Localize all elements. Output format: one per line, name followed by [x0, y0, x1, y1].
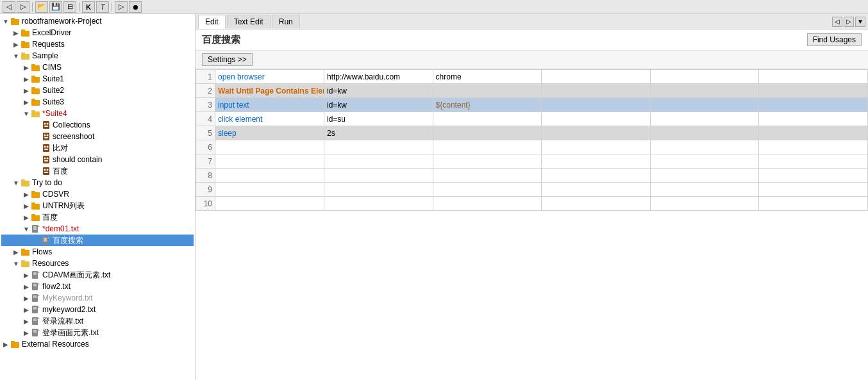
arg-cell-5[interactable] [759, 98, 868, 112]
table-row[interactable]: 3input textid=kw${content} [196, 98, 868, 112]
tree-toggle-untrn[interactable]: ▶ [22, 201, 31, 210]
table-row[interactable]: 2Wait Until Page Contains Elementid=kw [196, 84, 868, 98]
arg-cell-4[interactable] [650, 197, 759, 211]
keyword-cell[interactable]: input text [215, 98, 324, 112]
arg-cell-5[interactable] [759, 169, 868, 183]
arg-cell-3[interactable] [542, 98, 651, 112]
keyword-cell[interactable]: open browser [215, 70, 324, 84]
arg-cell-4[interactable] [650, 112, 759, 126]
tree-item-should-contain[interactable]: should contain [1, 154, 194, 165]
tree-toggle-flows[interactable]: ▶ [12, 247, 21, 256]
arg-cell-4[interactable] [650, 98, 759, 112]
tree-toggle-login-page[interactable]: ▶ [22, 328, 31, 337]
tree-toggle-robotframework[interactable]: ▼ [1, 17, 10, 26]
tree-toggle-requests[interactable]: ▶ [12, 40, 21, 49]
forward-btn[interactable]: ▷ [17, 1, 29, 13]
arg-cell-3[interactable] [542, 183, 651, 197]
arg-cell-5[interactable] [759, 197, 868, 211]
table-row[interactable]: 5sleep2s [196, 126, 868, 140]
arg-cell-5[interactable] [759, 112, 868, 126]
tab-prev-btn[interactable]: ◁ [832, 17, 842, 27]
arg-cell-1[interactable] [324, 183, 433, 197]
arg-cell-4[interactable] [650, 183, 759, 197]
arg-cell-5[interactable] [759, 183, 868, 197]
tree-item-cdavm[interactable]: ▶CDAVM画面元素.txt [1, 269, 194, 281]
arg-cell-3[interactable] [542, 70, 651, 84]
keyword-cell[interactable]: sleep [215, 126, 324, 140]
tree-item-suite2[interactable]: ▶Suite2 [1, 85, 194, 96]
tree-item-external[interactable]: ▶External Resources [1, 338, 194, 350]
keyword-cell[interactable]: Wait Until Page Contains Element [215, 84, 324, 98]
tree-toggle-cdsvr[interactable]: ▶ [22, 190, 31, 199]
arg-cell-2[interactable] [433, 112, 542, 126]
tab-run[interactable]: Run [272, 15, 300, 28]
table-row[interactable]: 6 [196, 140, 868, 154]
back-btn[interactable]: ◁ [3, 1, 15, 13]
tree-item-resources[interactable]: ▼Resources [1, 258, 194, 269]
tree-item-flows[interactable]: ▶Flows [1, 246, 194, 258]
tree-item-mykeyword2[interactable]: ▶mykeyword2.txt [1, 304, 194, 315]
tree-item-cdsvr[interactable]: ▶CDSVR [1, 188, 194, 200]
tree-item-untrn[interactable]: ▶UNTRN列表 [1, 200, 194, 211]
arg-cell-1[interactable]: id=su [324, 112, 433, 126]
table-row[interactable]: 10 [196, 197, 868, 211]
tree-item-login-flow[interactable]: ▶登录流程.txt [1, 315, 194, 327]
arg-cell-1[interactable]: id=kw [324, 84, 433, 98]
tree-toggle-mykeyword2[interactable]: ▶ [22, 305, 31, 314]
tree-item-exceldriver[interactable]: ▶ExcelDriver [1, 27, 194, 38]
tree-item-baidusousu[interactable]: 百度搜索 [1, 235, 194, 246]
table-row[interactable]: 8 [196, 169, 868, 183]
tree-toggle-suite1[interactable]: ▶ [22, 74, 31, 83]
tree-toggle-dem01[interactable]: ▼ [22, 224, 31, 233]
tree-item-suite3[interactable]: ▶Suite3 [1, 96, 194, 108]
tree-toggle-login-flow[interactable]: ▶ [22, 317, 31, 326]
tree-toggle-external[interactable]: ▶ [1, 340, 10, 349]
tab-dropdown-btn[interactable]: ▼ [855, 17, 865, 27]
tree-item-suite1[interactable]: ▶Suite1 [1, 73, 194, 85]
arg-cell-2[interactable] [433, 140, 542, 154]
arg-cell-3[interactable] [542, 126, 651, 140]
save-all-btn[interactable]: ⊟ [63, 1, 76, 13]
table-row[interactable]: 1open browserhttp://www.baidu.comchrome [196, 70, 868, 84]
arg-cell-2[interactable] [433, 126, 542, 140]
arg-cell-3[interactable] [542, 84, 651, 98]
arg-cell-3[interactable] [542, 154, 651, 169]
tree-toggle-cdavm[interactable]: ▶ [22, 270, 31, 279]
tab-text-edit[interactable]: Text Edit [227, 15, 271, 28]
tree-item-baidu-suite[interactable]: 百度 [1, 165, 194, 177]
tree-toggle-suite2[interactable]: ▶ [22, 86, 31, 95]
tree-item-suite4[interactable]: ▼*Suite4 [1, 108, 194, 119]
arg-cell-4[interactable] [650, 126, 759, 140]
arg-cell-5[interactable] [759, 70, 868, 84]
find-usages-button[interactable]: Find Usages [807, 33, 862, 46]
arg-cell-4[interactable] [650, 70, 759, 84]
tree-toggle-flow2[interactable]: ▶ [22, 282, 31, 291]
settings-button[interactable]: Settings >> [202, 53, 253, 66]
tree-toggle-trytodo[interactable]: ▼ [12, 178, 21, 187]
arg-cell-5[interactable] [759, 84, 868, 98]
arg-cell-5[interactable] [759, 140, 868, 154]
arg-cell-1[interactable] [324, 197, 433, 211]
keyword-cell[interactable]: click element [215, 112, 324, 126]
arg-cell-2[interactable] [433, 183, 542, 197]
tree-item-requests[interactable]: ▶Requests [1, 38, 194, 50]
tree-item-screenshoot[interactable]: screenshoot [1, 131, 194, 142]
tree-item-dem01[interactable]: ▼*dem01.txt [1, 223, 194, 235]
k-btn[interactable]: K [82, 1, 95, 13]
tree-item-robotframework[interactable]: ▼robotframework-Project [1, 15, 194, 27]
tree-item-mykeyword[interactable]: ▶MyKeyword.txt [1, 292, 194, 304]
table-row[interactable]: 4click elementid=su [196, 112, 868, 126]
save-btn[interactable]: 💾 [49, 1, 62, 13]
tree-toggle-suite4[interactable]: ▼ [22, 109, 31, 118]
arg-cell-2[interactable]: ${content} [433, 98, 542, 112]
arg-cell-5[interactable] [759, 154, 868, 169]
tree-item-login-page[interactable]: ▶登录画面元素.txt [1, 327, 194, 338]
t-btn[interactable]: T [96, 1, 109, 13]
record-btn[interactable]: ⏺ [129, 1, 142, 13]
tree-item-flow2[interactable]: ▶flow2.txt [1, 281, 194, 292]
tree-toggle-resources[interactable]: ▼ [12, 259, 21, 268]
table-row[interactable]: 9 [196, 183, 868, 197]
keyword-cell[interactable] [215, 197, 324, 211]
tree-item-collections[interactable]: Collections [1, 119, 194, 131]
arg-cell-2[interactable] [433, 84, 542, 98]
